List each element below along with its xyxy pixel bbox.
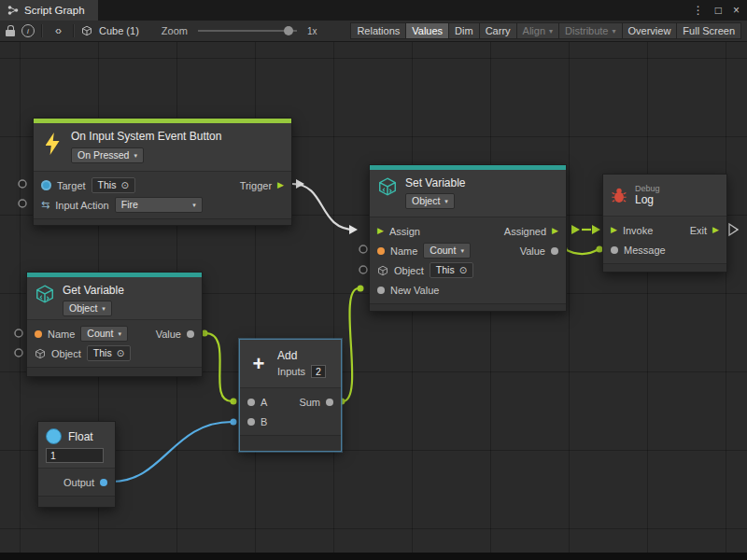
variable-name-dropdown[interactable]: Count ▾ [423, 243, 471, 259]
node-add[interactable]: + Add Inputs A Sum B [239, 339, 342, 452]
zoom-slider[interactable] [198, 30, 297, 32]
info-icon[interactable]: i [21, 24, 35, 37]
node-float[interactable]: Float Output [37, 421, 116, 508]
target-crosshair-icon: ⊙ [117, 347, 124, 359]
node-debug-log[interactable]: Debug Log ▶ Invoke Exit ▶ Message [602, 174, 727, 273]
node-title: Add [277, 349, 326, 362]
window-menu-icon[interactable]: ⋮ [693, 4, 704, 17]
event-mode-dropdown[interactable]: On Pressed ▾ [71, 147, 144, 163]
exit-label: Exit [690, 225, 707, 236]
name-input-port[interactable] [377, 247, 385, 255]
wire-value-to-message[interactable] [565, 249, 599, 254]
variable-name-dropdown[interactable]: Count ▾ [80, 326, 128, 342]
node-title: Log [635, 193, 660, 206]
distribute-dropdown[interactable]: Distribute ▾ [558, 22, 622, 39]
exit-output-port[interactable]: ▶ [712, 226, 719, 234]
wire-arrow [592, 225, 600, 234]
node-get-variable[interactable]: Get Variable Object ▾ Name Count ▾ Value [26, 272, 203, 377]
a-label: A [261, 397, 267, 408]
variable-scope-dropdown[interactable]: Object ▾ [405, 193, 455, 209]
title-bar: Script Graph ⋮ □ × [0, 0, 747, 21]
target-this-button[interactable]: This ⊙ [92, 177, 135, 193]
wire-arrow [349, 225, 358, 234]
wire-arrow [571, 225, 580, 234]
toolbar-separator [73, 24, 75, 37]
graph-target-label[interactable]: Cube (1) [99, 25, 139, 36]
variable-scope-dropdown[interactable]: Object ▾ [63, 301, 112, 316]
assign-input-port[interactable]: ▶ [377, 227, 384, 235]
close-icon[interactable]: × [733, 4, 740, 17]
name-label: Name [390, 245, 417, 257]
value-label: Value [156, 329, 181, 340]
input-action-dropdown[interactable]: Fire ▾ [115, 197, 203, 213]
wire-getvalue-to-a[interactable] [205, 333, 232, 401]
wire-endpoint [231, 399, 237, 405]
wire-float-to-b[interactable] [112, 422, 232, 482]
float-output-port[interactable] [100, 479, 107, 486]
target-crosshair-icon: ⊙ [120, 179, 128, 191]
dim-button[interactable]: Dim [448, 22, 480, 39]
wire-arrow [296, 179, 304, 189]
wire-sum-to-newvalue[interactable] [343, 288, 359, 401]
zoom-slider-handle[interactable] [284, 26, 293, 35]
bug-icon [611, 187, 627, 203]
assign-label: Assign [389, 226, 420, 237]
tab-script-graph[interactable]: Script Graph [0, 0, 98, 21]
target-value: This [98, 179, 117, 191]
variable-cube-icon [377, 176, 398, 197]
assign-row: ▶ Assign Assigned ▶ [370, 221, 566, 241]
input-action-icon: ⇆ [41, 199, 49, 211]
value-output-port[interactable] [187, 330, 194, 338]
name-row: Name Count ▾ Value [27, 324, 202, 343]
object-this-button[interactable]: This ⊙ [87, 345, 131, 361]
object-this-button[interactable]: This ⊙ [430, 262, 473, 278]
lock-icon[interactable] [6, 30, 15, 36]
variable-cube-icon [35, 284, 55, 304]
code-icon[interactable]: ‹› [49, 24, 66, 37]
values-button[interactable]: Values [405, 22, 449, 39]
object-row: Object This ⊙ [27, 343, 202, 363]
name-input-port[interactable] [35, 330, 42, 338]
object-row: Object This ⊙ [370, 260, 566, 280]
zoom-value: 1x [307, 26, 317, 36]
name-label: Name [48, 329, 75, 340]
maximize-icon[interactable]: □ [715, 4, 722, 17]
node-footer [34, 218, 291, 225]
full-screen-button[interactable]: Full Screen [676, 22, 741, 39]
toolbar-separator [41, 24, 43, 37]
assigned-output-port[interactable]: ▶ [552, 227, 558, 235]
add-icon: + [247, 354, 270, 374]
overview-button[interactable]: Overview [622, 22, 678, 39]
graph-toolbar: i ‹› Cube (1) Zoom 1x Relations Values D… [0, 21, 747, 42]
value-output-port[interactable] [551, 247, 558, 255]
message-label: Message [624, 245, 666, 256]
exit-port-arrow[interactable] [729, 224, 738, 235]
node-title: On Input System Event Button [71, 130, 221, 143]
b-input-port[interactable] [247, 418, 255, 426]
trigger-output-port[interactable]: ▶ [277, 181, 284, 189]
node-title: Get Variable [63, 284, 124, 297]
wire-trigger-to-assign[interactable] [292, 184, 355, 230]
a-input-port[interactable] [247, 399, 255, 406]
message-input-port[interactable] [611, 246, 618, 254]
invoke-input-port[interactable]: ▶ [611, 226, 617, 234]
chevron-down-icon: ▾ [613, 27, 616, 35]
relations-button[interactable]: Relations [350, 22, 406, 39]
new-value-input-port[interactable] [377, 287, 385, 294]
new-value-row: New Value [370, 280, 566, 300]
target-type-icon [41, 180, 51, 190]
carry-button[interactable]: Carry [479, 22, 517, 39]
inputs-count-field[interactable] [311, 365, 326, 378]
graph-canvas[interactable]: On Input System Event Button On Pressed … [0, 42, 747, 553]
port-ring [19, 200, 26, 207]
node-footer [27, 367, 202, 376]
node-set-variable[interactable]: Set Variable Object ▾ ▶ Assign Assigned … [369, 164, 567, 312]
chevron-down-icon: ▾ [444, 195, 448, 207]
sum-output-port[interactable] [326, 399, 333, 406]
float-value-field[interactable] [46, 448, 104, 463]
align-dropdown[interactable]: Align ▾ [516, 22, 559, 39]
node-on-input-system-event-button[interactable]: On Input System Event Button On Pressed … [33, 118, 292, 226]
float-icon [46, 428, 62, 444]
input-action-row: ⇆ Input Action Fire ▾ [34, 195, 291, 215]
object-cube-icon [377, 265, 388, 276]
